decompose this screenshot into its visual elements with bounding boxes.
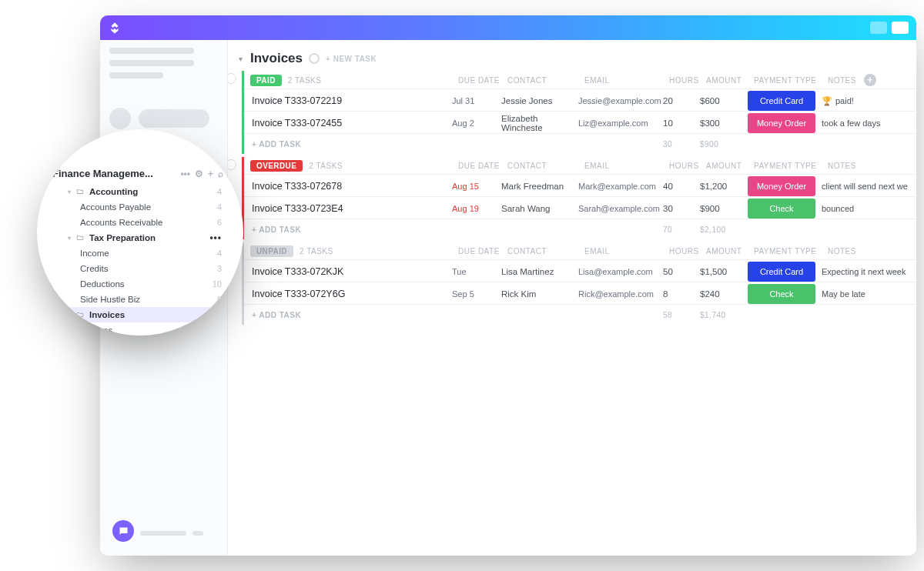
cell-contact[interactable]: Lisa Martinez <box>501 267 578 276</box>
info-circle-icon[interactable] <box>309 53 320 64</box>
status-badge-overdue[interactable]: OVERDUE <box>250 160 303 172</box>
cell-notes[interactable]: took a few days <box>822 119 912 128</box>
payment-type-badge[interactable]: Money Order <box>748 113 815 133</box>
plus-icon[interactable]: + <box>208 169 213 179</box>
add-task-button[interactable]: + ADD TASK <box>244 225 452 234</box>
group-select-circle-icon[interactable] <box>228 159 236 170</box>
window-minimize-button[interactable] <box>870 22 887 34</box>
col-payment-type[interactable]: PAYMENT TYPE <box>754 247 828 255</box>
task-row[interactable]: Invoice T333-072678 Aug 15 Mark Freedman… <box>244 174 916 197</box>
task-name[interactable]: Invoice T333-072KJK <box>244 266 452 277</box>
cell-contact[interactable]: Jessie Jones <box>501 96 578 105</box>
add-task-button[interactable]: + ADD TASK <box>244 140 452 149</box>
task-name[interactable]: Invoice T333-072Y6G <box>244 289 452 299</box>
col-email[interactable]: EMAIL <box>584 247 669 255</box>
col-due-date[interactable]: DUE DATE <box>458 247 507 255</box>
chevron-down-icon[interactable]: ▾ <box>68 189 71 195</box>
cell-notes[interactable]: Expecting it next week <box>822 267 912 276</box>
cell-email[interactable]: Lisa@example.com <box>578 267 663 276</box>
gear-icon[interactable]: ⚙ <box>195 169 203 179</box>
cell-contact[interactable]: Rick Kim <box>501 289 578 299</box>
add-task-button[interactable]: + ADD TASK <box>244 311 452 319</box>
col-contact[interactable]: CONTACT <box>507 162 584 170</box>
cell-hours[interactable]: 8 <box>663 289 700 299</box>
sidebar-list-item[interactable]: Side Hustle Biz6 <box>52 292 223 307</box>
cell-amount[interactable]: $1,200 <box>700 182 748 191</box>
cell-amount[interactable]: $300 <box>700 119 748 128</box>
cell-email[interactable]: Mark@example.com <box>578 182 663 191</box>
cell-hours[interactable]: 40 <box>663 182 700 191</box>
cell-due-date[interactable]: Aug 19 <box>452 204 501 213</box>
window-maximize-button[interactable] <box>892 22 909 34</box>
cell-amount[interactable]: $240 <box>700 289 748 299</box>
status-badge-paid[interactable]: PAID <box>250 75 282 86</box>
cell-hours[interactable]: 30 <box>663 204 700 213</box>
cell-email[interactable]: Liz@example.com <box>578 119 663 128</box>
space-header[interactable]: Finance Manageme... ••• ⚙ + ⌕ <box>52 168 223 179</box>
task-row[interactable]: Invoice T333-072219 Jul 31 Jessie Jones … <box>244 88 916 112</box>
cell-hours[interactable]: 10 <box>663 119 700 128</box>
collapse-caret-icon[interactable]: ▾ <box>239 55 243 63</box>
task-name[interactable]: Invoice T333-072219 <box>244 95 452 106</box>
cell-amount[interactable]: $600 <box>700 96 748 105</box>
cell-due-date[interactable]: Sep 5 <box>452 289 501 299</box>
sidebar-list-item[interactable]: Accounts Receivable6 <box>52 215 223 230</box>
sidebar-list-item[interactable]: Deductions10 <box>52 276 223 292</box>
cell-email[interactable]: Rick@example.com <box>578 289 663 299</box>
col-notes[interactable]: NOTES <box>828 162 856 170</box>
col-amount[interactable]: AMOUNT <box>706 76 754 85</box>
col-contact[interactable]: CONTACT <box>507 76 584 85</box>
col-amount[interactable]: AMOUNT <box>706 162 754 170</box>
col-email[interactable]: EMAIL <box>584 76 669 85</box>
chat-bubble-button[interactable] <box>112 520 134 542</box>
new-task-button[interactable]: + NEW TASK <box>326 55 377 63</box>
more-icon[interactable]: ••• <box>209 232 222 243</box>
col-payment-type[interactable]: PAYMENT TYPE <box>754 76 828 85</box>
cell-contact[interactable]: Elizabeth Wincheste <box>501 114 578 132</box>
task-row[interactable]: Invoice T333-072KJK Tue Lisa Martinez Li… <box>244 259 916 282</box>
col-hours[interactable]: HOURS <box>669 76 706 85</box>
payment-type-badge[interactable]: Check <box>748 284 815 304</box>
col-hours[interactable]: HOURS <box>669 247 706 255</box>
cell-amount[interactable]: $900 <box>700 204 748 213</box>
task-name[interactable]: Invoice T333-072455 <box>244 118 452 129</box>
sidebar-list-item[interactable]: Accounts Payable4 <box>52 199 223 215</box>
cell-contact[interactable]: Mark Freedman <box>501 182 578 191</box>
group-select-circle-icon[interactable] <box>228 73 236 84</box>
cell-hours[interactable]: 50 <box>663 267 700 276</box>
task-name[interactable]: Invoice T333-0723E4 <box>244 203 452 214</box>
cell-notes[interactable]: client will send next we <box>822 182 912 191</box>
chevron-down-icon[interactable]: ▾ <box>68 312 71 319</box>
cell-due-date[interactable]: Jul 31 <box>452 96 501 105</box>
col-notes[interactable]: NOTES <box>828 247 856 255</box>
sidebar-list-item[interactable]: Credits3 <box>52 261 223 276</box>
cell-contact[interactable]: Sarah Wang <box>501 204 578 213</box>
col-payment-type[interactable]: PAYMENT TYPE <box>754 162 828 170</box>
cell-amount[interactable]: $1,500 <box>700 267 748 276</box>
sidebar-list-item[interactable]: Income4 <box>52 245 223 261</box>
col-contact[interactable]: CONTACT <box>507 247 584 255</box>
col-hours[interactable]: HOURS <box>669 162 706 170</box>
cell-notes[interactable]: May be late <box>822 289 912 299</box>
payment-type-badge[interactable]: Credit Card <box>748 91 815 111</box>
payment-type-badge[interactable]: Check <box>748 199 815 219</box>
cell-notes[interactable]: bounced <box>822 204 912 213</box>
cell-due-date[interactable]: Aug 2 <box>452 119 501 128</box>
sidebar-folder[interactable]: ▾Tax Preparation ••• <box>52 230 223 245</box>
payment-type-badge[interactable]: Credit Card <box>748 262 815 282</box>
task-row[interactable]: Invoice T333-072Y6G Sep 5 Rick Kim Rick@… <box>244 282 916 305</box>
chevron-down-icon[interactable]: ▾ <box>68 235 71 242</box>
cell-hours[interactable]: 20 <box>663 96 700 105</box>
payment-type-badge[interactable]: Money Order <box>748 176 815 196</box>
task-row[interactable]: Invoice T333-0723E4 Aug 19 Sarah Wang Sa… <box>244 196 916 219</box>
col-email[interactable]: EMAIL <box>584 162 669 170</box>
col-due-date[interactable]: DUE DATE <box>458 76 507 85</box>
more-icon[interactable]: ••• <box>180 169 190 179</box>
status-badge-unpaid[interactable]: UNPAID <box>250 245 293 257</box>
cell-due-date[interactable]: Aug 15 <box>452 182 501 191</box>
cell-email[interactable]: Jessie@example.com <box>578 96 663 105</box>
col-amount[interactable]: AMOUNT <box>706 247 754 255</box>
sidebar-folder[interactable]: ▾Accounting 4 <box>52 184 223 199</box>
add-column-button[interactable]: + <box>864 74 876 86</box>
cell-due-date[interactable]: Tue <box>452 267 501 276</box>
